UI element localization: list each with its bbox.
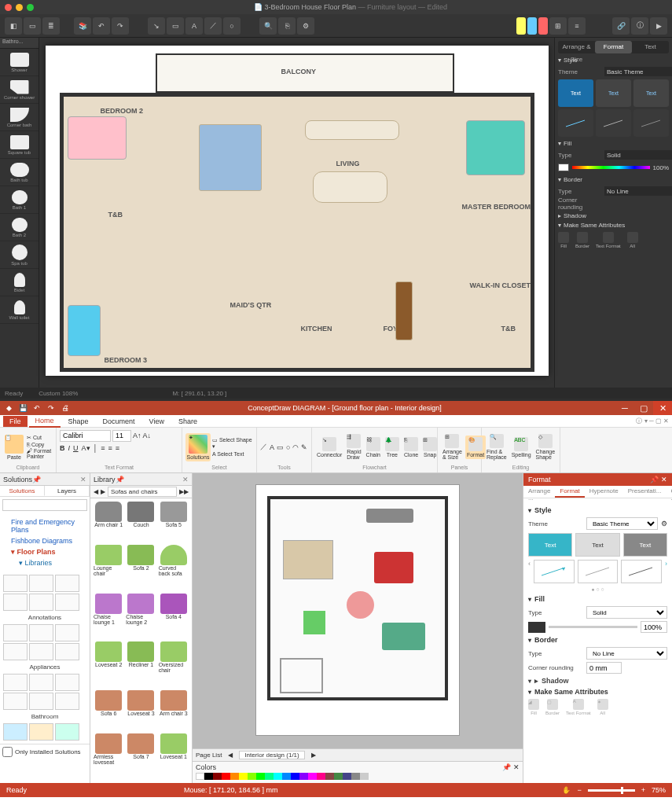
qat-undo[interactable]: ↶: [31, 402, 42, 414]
font-shrink-icon[interactable]: A↓: [143, 432, 152, 439]
opacity-slider[interactable]: [572, 166, 650, 169]
canvas[interactable]: BALCONY BEDROOM 2 DINING LIVING MASTER B…: [39, 38, 554, 388]
dining-table[interactable]: [283, 540, 333, 579]
paste-button[interactable]: 📋Paste: [3, 433, 25, 461]
lib-cell[interactable]: [55, 693, 79, 710]
align-right-icon[interactable]: ≡: [116, 444, 119, 452]
font-size[interactable]: [112, 430, 131, 442]
fill-type-select[interactable]: Solid: [586, 606, 667, 619]
nav-prev-icon[interactable]: ◀: [94, 488, 98, 495]
minimize-button[interactable]: ─: [615, 401, 634, 415]
find-replace-button[interactable]: 🔍Find & Replace: [485, 432, 509, 461]
lib-recliner1[interactable]: Recliner 1: [126, 641, 156, 688]
sofa-red[interactable]: [374, 552, 413, 583]
zoom-button[interactable]: 🔍: [259, 17, 277, 35]
operations-button[interactable]: ⚙: [297, 17, 314, 35]
arrow-preview-3[interactable]: [621, 560, 662, 583]
qat-print[interactable]: 🖨: [60, 402, 71, 414]
lib-curved[interactable]: Curved back sofa: [159, 545, 189, 591]
spelling-button[interactable]: ABCSpelling: [510, 436, 533, 459]
ftab-custom[interactable]: Custom ...: [666, 486, 672, 498]
section-shadow[interactable]: Shadow: [564, 212, 586, 219]
lib-chaise2[interactable]: Chaise lounge 2: [126, 594, 156, 640]
pencil-tool[interactable]: ✎: [301, 443, 307, 451]
lib-cell[interactable]: [55, 624, 79, 641]
ellipse-tool[interactable]: ○: [286, 443, 290, 451]
lib-cell[interactable]: [29, 693, 53, 710]
lib-cell[interactable]: [29, 575, 53, 592]
lib-cell[interactable]: [55, 575, 79, 592]
present-button[interactable]: ▶: [650, 17, 667, 35]
bold-button[interactable]: B: [60, 444, 65, 452]
subtab-solutions[interactable]: Solutions: [0, 486, 45, 496]
attr-all[interactable]: All: [627, 232, 638, 248]
close-button[interactable]: ✕: [653, 401, 672, 415]
color-swatch[interactable]: [282, 773, 291, 780]
underline-button[interactable]: U: [73, 444, 79, 452]
color-swatch[interactable]: [248, 773, 256, 780]
fill-color-icon[interactable]: [558, 164, 569, 171]
lib-cell[interactable]: [29, 594, 53, 611]
theme-select[interactable]: [604, 67, 672, 76]
help-icon[interactable]: ⓘ ▾ ─ ▢ ✕: [636, 417, 669, 425]
pin-icon[interactable]: 📌: [116, 476, 124, 483]
arrow-preview-3[interactable]: [633, 109, 669, 137]
qat-redo[interactable]: ↷: [46, 402, 57, 414]
arrange-size-button[interactable]: ⊞Arrange & Size: [441, 432, 464, 461]
lib-cell[interactable]: [3, 575, 28, 592]
opacity-slider[interactable]: [549, 626, 637, 628]
text-tool[interactable]: A: [185, 17, 203, 35]
library-tab[interactable]: Bathro...: [0, 38, 39, 49]
tab-arrange[interactable]: Arrange & Size: [558, 41, 595, 53]
tree-floor-plans[interactable]: Floor Plans: [17, 548, 56, 556]
line-tool[interactable]: ／: [260, 442, 267, 452]
arrow-preview-2[interactable]: [596, 109, 631, 137]
lib-spa-tub[interactable]: Spa tub: [0, 241, 39, 269]
tab-shape[interactable]: Shape: [62, 416, 95, 427]
lib-cell[interactable]: [3, 594, 28, 611]
theme-card-2[interactable]: Text: [575, 533, 619, 557]
select-text-button[interactable]: A Select Text: [212, 451, 253, 457]
theme-card-1[interactable]: Text: [528, 533, 572, 557]
sofa-curved[interactable]: [313, 171, 387, 203]
lib-couch[interactable]: Couch: [126, 502, 156, 542]
connector-tool[interactable]: ↘: [148, 17, 165, 35]
solutions-search[interactable]: [2, 499, 87, 511]
fill-color-icon[interactable]: [528, 622, 545, 633]
lib-armchair1[interactable]: Arm chair 1: [94, 502, 123, 542]
lib-square-tub[interactable]: Square tub: [0, 131, 39, 159]
lib-chaise1[interactable]: Chaise lounge 1: [94, 594, 123, 640]
color-swatch[interactable]: [265, 773, 274, 780]
attr-fill[interactable]: Fill: [558, 232, 569, 248]
bed-bedroom2[interactable]: [68, 116, 127, 160]
tree-fishbone[interactable]: Fishbone Diagrams: [3, 535, 86, 546]
theme-card-3[interactable]: Text: [623, 533, 667, 557]
attr-fill[interactable]: ◢Fill: [528, 699, 539, 715]
canvas[interactable]: Page List ◀ Interior design (1/1) ▶ Colo…: [193, 473, 523, 783]
rapid-draw-button[interactable]: ⇶Rapid Draw: [345, 432, 362, 461]
color-swatch[interactable]: [213, 773, 222, 780]
lib-bath-tub[interactable]: Bath tub: [0, 159, 39, 186]
qat-save[interactable]: 💾: [17, 402, 28, 414]
zoom-slider[interactable]: [588, 789, 635, 792]
lib-bath-1[interactable]: Bath 1: [0, 186, 39, 214]
font-select[interactable]: [60, 430, 111, 442]
color-swatch[interactable]: [239, 773, 248, 780]
connector-button[interactable]: ↘Connector: [315, 436, 343, 459]
close-icon[interactable]: ✕: [182, 476, 189, 483]
zoom-value[interactable]: 75%: [652, 786, 666, 794]
theme-card-3[interactable]: Text: [633, 79, 669, 107]
format-painter-button[interactable]: 🖌 Format Painter: [27, 448, 53, 459]
arrow-preview-1[interactable]: [558, 109, 593, 137]
sofa-living[interactable]: [305, 120, 399, 140]
tab-view[interactable]: View: [143, 416, 171, 427]
pin-icon[interactable]: 📌 ✕: [502, 763, 520, 771]
clone-button[interactable]: ⎘: [278, 17, 296, 35]
clone-button[interactable]: ⎘Clone: [402, 436, 420, 459]
select-shape-button[interactable]: ▭ Select Shape ▾: [212, 437, 253, 450]
nav-last-icon[interactable]: ▶▶: [179, 488, 189, 495]
hand-tool-icon[interactable]: ✋: [562, 786, 571, 794]
snap-button[interactable]: ⊞: [549, 17, 567, 35]
snap-button[interactable]: ⊞Snap: [421, 436, 439, 459]
lib-cell[interactable]: [3, 674, 28, 691]
